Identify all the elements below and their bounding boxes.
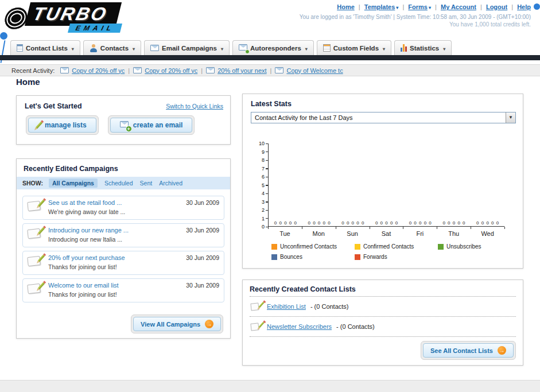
show-label: SHOW: bbox=[22, 180, 43, 187]
campaigns-footer: View All Campaigns bbox=[131, 315, 223, 333]
envelope-icon bbox=[275, 67, 283, 73]
campaign-row[interactable]: 20% off your next purchase Thanks for jo… bbox=[22, 251, 224, 275]
manage-lists-label: manage lists bbox=[45, 121, 87, 129]
campaign-row[interactable]: Introducing our new range ... Introducin… bbox=[22, 223, 224, 247]
link-templates[interactable]: Templates bbox=[364, 3, 399, 10]
chevron-down-icon bbox=[506, 112, 515, 123]
campaign-row[interactable]: See us at the retail food ... We're givi… bbox=[22, 196, 224, 220]
legend-item: Confirmed Contacts bbox=[355, 243, 438, 250]
campaign-edit-icon bbox=[28, 282, 44, 296]
switch-quick-links[interactable]: Switch to Quick Links bbox=[166, 103, 223, 110]
activity-item: 20% off your next bbox=[206, 67, 266, 74]
campaign-link[interactable]: Welcome to our email list bbox=[48, 282, 178, 289]
campaign-link[interactable]: See us at the retail food ... bbox=[48, 199, 178, 206]
campaigns-list: See us at the retail food ... We're givi… bbox=[17, 192, 230, 306]
campaign-link[interactable]: 20% off your next purchase bbox=[48, 254, 178, 261]
chart-legend: Unconfirmed ContactsConfirmed ContactsUn… bbox=[271, 243, 524, 264]
activity-link[interactable]: Copy of 20% off yc bbox=[145, 67, 197, 74]
tab-scheduled[interactable]: Scheduled bbox=[104, 180, 133, 187]
separator: | bbox=[480, 3, 482, 10]
create-email-button[interactable]: create an email bbox=[108, 115, 195, 135]
contact-list-link[interactable]: Newsletter Subscribers bbox=[267, 323, 332, 330]
separator: | bbox=[435, 3, 437, 10]
tab-archived[interactable]: Archived bbox=[159, 180, 182, 187]
campaign-subtitle: Thanks for joining our list! bbox=[48, 291, 117, 298]
get-started-title: Let's Get Started bbox=[25, 102, 82, 110]
chart-x-ticks bbox=[268, 227, 505, 229]
nav-tab-autoresponders[interactable]: Autoresponders bbox=[232, 40, 314, 55]
activity-link[interactable]: Copy of 20% off yc bbox=[72, 67, 125, 74]
contact-lists-footer: See All Contact Lists bbox=[421, 341, 516, 360]
contact-list-link[interactable]: Exhibition List bbox=[267, 303, 306, 310]
logo-turbo-text: TURBO bbox=[25, 2, 122, 26]
activity-link[interactable]: Copy of Welcome tc bbox=[286, 67, 343, 74]
separator: | bbox=[359, 3, 360, 10]
chevron-down-icon bbox=[71, 45, 74, 52]
tab-all-campaigns[interactable]: All Campaigns bbox=[49, 178, 98, 188]
link-logout[interactable]: Logout bbox=[486, 3, 507, 10]
separator: | bbox=[402, 3, 404, 10]
nav-tab-label: Statistics bbox=[410, 45, 439, 52]
contact-list-row[interactable]: Newsletter Subscribers - (0 Contacts) bbox=[250, 316, 516, 336]
recent-activity-label: Recent Activity: bbox=[11, 67, 55, 74]
nav-tab-contacts[interactable]: Contacts bbox=[83, 40, 141, 55]
nav-tab-email-campaigns[interactable]: Email Campaigns bbox=[144, 40, 230, 55]
envelope-icon bbox=[60, 67, 69, 73]
nav-tab-custom-fields[interactable]: Custom Fields bbox=[317, 40, 391, 55]
campaign-date: 30 Jun 2009 bbox=[186, 282, 219, 289]
nav-divider-bar bbox=[0, 55, 540, 60]
activity-item: Copy of 20% off yc bbox=[133, 67, 197, 74]
link-forms[interactable]: Forms bbox=[408, 3, 431, 10]
tab-sent[interactable]: Sent bbox=[140, 180, 153, 187]
view-all-campaigns-button[interactable]: View All Campaigns bbox=[131, 315, 223, 333]
page-title: Home bbox=[16, 77, 40, 87]
credits-info: You have 1,000 total credits left. bbox=[449, 21, 531, 28]
campaigns-title: Recently Edited Campaigns bbox=[24, 165, 118, 173]
get-started-panel: Let's Get Started Switch to Quick Links … bbox=[16, 95, 231, 145]
contact-list-count: - (0 Contacts) bbox=[310, 303, 349, 310]
link-help[interactable]: Help bbox=[517, 3, 531, 10]
nav-tab-contact-lists[interactable]: Contact Lists bbox=[10, 40, 80, 55]
campaigns-filter-tabs: SHOW: All Campaigns Scheduled Sent Archi… bbox=[17, 177, 230, 189]
chevron-down-icon bbox=[395, 3, 398, 10]
nav-tab-label: Autoresponders bbox=[250, 45, 301, 52]
email-campaigns-icon bbox=[150, 45, 159, 51]
create-email-label: create an email bbox=[133, 121, 183, 129]
chart-x-labels: TueMonSunSatFriThuWed bbox=[268, 230, 504, 237]
contact-lists-rows: Exhibition List - (0 Contacts) Newslette… bbox=[250, 296, 516, 337]
custom-fields-icon bbox=[323, 44, 331, 52]
campaign-row[interactable]: Welcome to our email list Thanks for joi… bbox=[22, 278, 224, 302]
logo-swirl-icon bbox=[3, 5, 28, 32]
envelope-icon bbox=[206, 67, 215, 73]
login-info: You are logged in as 'Timothy Smith' | S… bbox=[300, 14, 531, 20]
nav-tab-statistics[interactable]: Statistics bbox=[394, 40, 452, 55]
activity-item: Copy of 20% off yc bbox=[60, 67, 125, 74]
legend-item: Forwards bbox=[355, 254, 438, 260]
manage-lists-button[interactable]: manage lists bbox=[26, 115, 99, 135]
legend-item: Unsubscribes bbox=[438, 243, 521, 250]
envelope-icon bbox=[133, 67, 142, 73]
logo-email-text: EMAIL bbox=[68, 24, 122, 33]
nav-tab-label: Custom Fields bbox=[333, 45, 379, 52]
help-beacon-icon[interactable] bbox=[534, 3, 540, 10]
feedback-beacon-icon[interactable] bbox=[0, 32, 7, 40]
separator: | bbox=[511, 3, 513, 10]
campaign-link[interactable]: Introducing our new range ... bbox=[48, 227, 178, 234]
legend-item: Bounces bbox=[271, 254, 355, 260]
contact-list-row[interactable]: Exhibition List - (0 Contacts) bbox=[250, 296, 516, 316]
see-all-contact-lists-label: See All Contact Lists bbox=[430, 347, 493, 354]
header-links: Home | Templates | Forms | My Account | … bbox=[337, 3, 531, 10]
link-home[interactable]: Home bbox=[337, 3, 355, 10]
activity-link[interactable]: 20% off your next bbox=[217, 67, 266, 74]
link-forms-label: Forms bbox=[408, 3, 428, 10]
link-my-account[interactable]: My Account bbox=[441, 3, 476, 10]
see-all-contact-lists-button[interactable]: See All Contact Lists bbox=[421, 341, 516, 360]
stats-period-select[interactable]: Contact Activity for the Last 7 Days bbox=[251, 112, 516, 123]
app-logo[interactable]: TURBO EMAIL bbox=[5, 2, 121, 33]
page-footer bbox=[0, 380, 540, 392]
contacts-icon bbox=[90, 44, 98, 52]
contact-activity-chart: 109876543210 0 0 0 0 00 0 0 0 00 0 0 0 0… bbox=[251, 143, 516, 264]
contact-lists-panel: Recently Created Contact Lists Exhibitio… bbox=[242, 280, 523, 366]
main-nav: Contact Lists Contacts Email Campaigns A… bbox=[10, 40, 452, 55]
list-edit-icon bbox=[251, 321, 262, 332]
